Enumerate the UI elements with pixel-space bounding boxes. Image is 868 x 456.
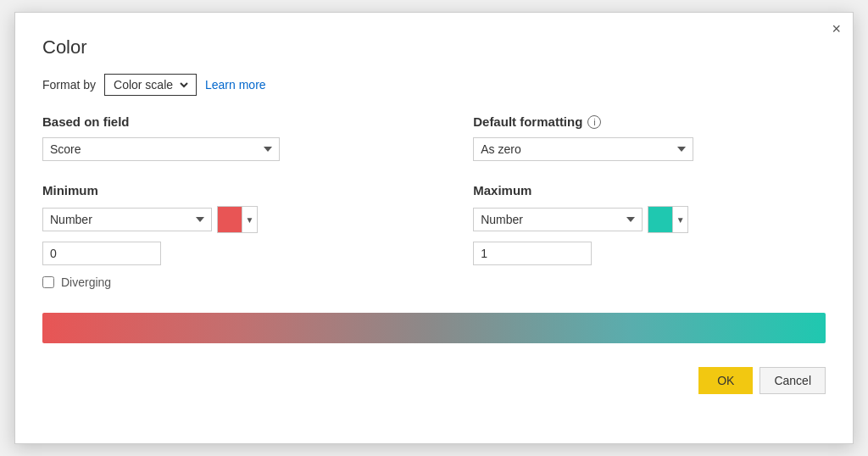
maximum-value-input[interactable]: [473, 242, 592, 265]
minimum-type-row: Number Percent Percentile Value ▼: [42, 206, 395, 233]
based-on-field-select[interactable]: Score Value Count: [42, 137, 280, 161]
main-content: Based on field Score Value Count Minimum…: [42, 114, 826, 289]
minimum-value-input[interactable]: [42, 242, 161, 265]
maximum-label: Maximum: [473, 183, 826, 197]
close-button[interactable]: ×: [832, 21, 841, 36]
minimum-color-arrow: ▼: [242, 207, 257, 232]
cancel-button[interactable]: Cancel: [760, 367, 826, 394]
format-by-label: Format by: [42, 78, 96, 92]
based-on-field-row: Score Value Count: [42, 137, 395, 161]
minimum-color-button[interactable]: ▼: [217, 206, 258, 233]
maximum-color-button[interactable]: ▼: [648, 206, 688, 233]
minimum-label: Minimum: [42, 183, 395, 197]
dialog-footer: OK Cancel: [42, 367, 826, 394]
default-formatting-label-row: Default formatting i: [473, 114, 826, 129]
maximum-type-row: Number Percent Percentile Value ▼: [473, 206, 826, 233]
maximum-type-select[interactable]: Number Percent Percentile Value: [473, 208, 643, 231]
diverging-label: Diverging: [61, 275, 111, 289]
minimum-color-swatch: [218, 207, 242, 232]
format-by-select[interactable]: Color scale Rules Gradient: [110, 77, 191, 92]
based-on-field-label: Based on field: [42, 114, 395, 129]
diverging-row: Diverging: [42, 275, 395, 289]
default-formatting-select[interactable]: As zero As blank As error: [473, 137, 693, 161]
info-icon: i: [587, 115, 601, 129]
learn-more-link[interactable]: Learn more: [205, 78, 266, 92]
left-column: Based on field Score Value Count Minimum…: [42, 114, 395, 289]
gradient-preview: [42, 313, 826, 343]
minimum-type-select[interactable]: Number Percent Percentile Value: [42, 208, 212, 231]
maximum-color-arrow: ▼: [672, 207, 687, 232]
right-column: Default formatting i As zero As blank As…: [473, 114, 826, 289]
color-dialog: × Color Format by Color scale Rules Grad…: [14, 12, 854, 444]
format-by-row: Format by Color scale Rules Gradient Lea…: [42, 74, 826, 96]
diverging-checkbox[interactable]: [42, 276, 54, 288]
default-formatting-label: Default formatting: [473, 114, 582, 129]
dialog-title: Color: [42, 36, 826, 58]
default-formatting-row: As zero As blank As error: [473, 137, 826, 161]
format-by-select-wrapper[interactable]: Color scale Rules Gradient: [104, 74, 197, 96]
ok-button[interactable]: OK: [698, 367, 753, 394]
maximum-color-swatch: [648, 207, 672, 232]
